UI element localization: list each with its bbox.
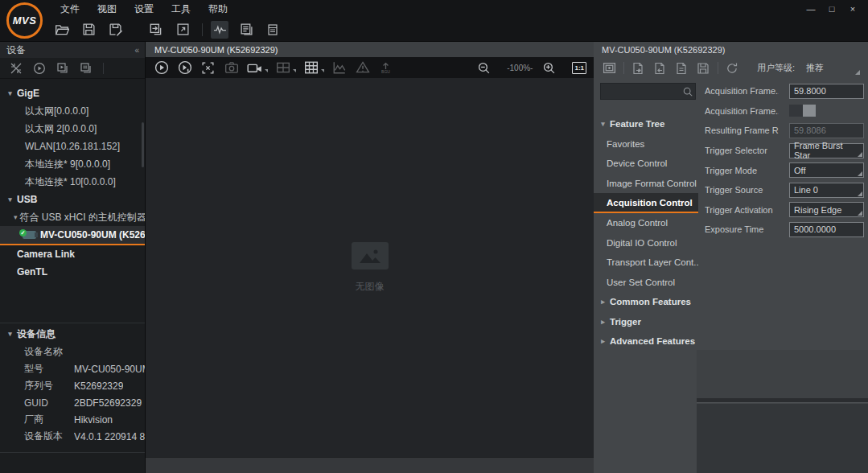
viewer-tab-bar: MV-CU050-90UM (K52692329) [146,42,594,57]
chevron-right-icon: ▸ [599,318,607,326]
no-image-label: 无图像 [356,280,385,294]
menu-file[interactable]: 文件 [51,0,88,19]
nav-device-control[interactable]: Device Control [594,154,698,174]
dropdown-caret-icon[interactable] [293,69,296,72]
property-description-detail [697,404,868,473]
nav-trigger[interactable]: ▸Trigger [594,312,698,332]
property-description-box [697,350,868,398]
tree-item-gige[interactable]: ▾GigE [0,84,145,102]
layout-report-icon[interactable] [237,21,255,39]
user-level-dropdown[interactable]: 推荐 [803,60,861,76]
tree-item-local9[interactable]: 本地连接* 9[0.0.0.0] [0,155,145,173]
tree-item-usb-controller[interactable]: ▾符合 USB xHCI 的主机控制器 [0,208,145,226]
nav-feature-tree[interactable]: ▾Feature Tree [594,114,698,134]
device-panel: 设备 « ▾GigE 以太网[0.0.0.0] 以太网 2[0.0.0.0] W… [0,42,146,473]
tree-item-ethernet2[interactable]: 以太网 2[0.0.0.0] [0,120,145,138]
tree-item-ethernet[interactable]: 以太网[0.0.0.0] [0,102,145,120]
zoom-level-value: -100%- [507,64,533,72]
trigger-selector-dropdown[interactable]: Frame Burst Star [789,143,864,158]
nav-user-set-control[interactable]: User Set Control [594,273,698,293]
nav-acquisition-control[interactable]: Acquisition Control [594,193,698,213]
tree-item-gentl[interactable]: GenTL [0,263,145,281]
dropdown-caret-icon[interactable] [265,69,268,72]
menu-settings[interactable]: 设置 [125,0,162,19]
window-expand-icon[interactable] [174,21,191,39]
refresh-icon[interactable] [724,60,740,76]
device-panel-header: 设备 « [0,42,145,58]
user-level-label: 用户等级: [757,62,795,74]
prop-trigger-selector: Trigger Selector Frame Burst Star [705,141,864,161]
stop-all-icon[interactable] [78,60,94,76]
feature-panel-toolbar: 用户等级: 推荐 [594,57,868,79]
dropdown-caret-icon[interactable] [321,69,324,72]
nav-favorites[interactable]: Favorites [594,134,698,154]
chevron-right-icon: ▸ [599,337,607,345]
bgu-upload-icon[interactable]: BGU [377,60,394,76]
nav-image-format-control[interactable]: Image Format Control [594,174,698,194]
info-row-version: 设备版本V4.0.1 220914 8875... [0,428,145,445]
nav-advanced-features[interactable]: ▸Advanced Features [594,331,698,352]
no-image-icon [352,242,389,269]
waveform-icon[interactable] [211,21,228,39]
grid-view-icon[interactable] [302,60,319,76]
tree-item-cameralink[interactable]: Camera Link [0,245,145,263]
tree-item-camera-device[interactable]: ✓ MV-CU050-90UM (K5269... [0,226,145,245]
feature-panel-body: ▾Feature Tree Favorites Device Control I… [594,79,868,473]
record-video-icon[interactable] [246,60,263,76]
maximize-button[interactable]: □ [821,4,842,14]
tree-item-wlan[interactable]: WLAN[10.26.181.152] [0,138,145,155]
feature-search-input[interactable] [601,87,681,97]
acquisition-frame-rate-input[interactable]: 59.8000 [789,84,864,99]
camera-icon: ✓ [23,231,36,239]
save-config-icon[interactable] [695,60,711,76]
close-button[interactable]: × [842,4,863,14]
tree-item-usb[interactable]: ▾USB [0,191,145,208]
device-tree-scrollbar[interactable] [142,122,144,167]
export-config-icon[interactable] [652,60,668,76]
trigger-activation-dropdown[interactable]: Rising Edge [789,202,864,217]
collapse-panel-icon[interactable]: « [134,46,138,55]
menu-tools[interactable]: 工具 [162,0,200,19]
nav-analog-control[interactable]: Analog Control [594,213,698,233]
menu-view[interactable]: 视图 [88,0,125,19]
minimize-button[interactable]: — [800,4,821,14]
device-info-header[interactable]: ▾设备信息 [0,324,145,343]
window-swap-icon[interactable] [147,21,165,39]
disconnect-device-icon[interactable] [8,60,24,76]
exposure-time-input[interactable]: 5000.0000 [789,222,864,237]
search-icon[interactable] [681,84,695,99]
trigger-source-dropdown[interactable]: Line 0 [789,183,864,198]
capture-image-icon[interactable] [223,60,240,76]
continuous-play-icon[interactable] [153,60,170,76]
document-icon[interactable] [673,60,689,76]
open-folder-icon[interactable] [53,21,71,39]
fit-window-icon[interactable] [200,60,216,76]
import-config-icon[interactable] [630,60,646,76]
single-frame-play-icon[interactable] [176,60,193,76]
feature-panel: MV-CU050-90UM (K52692329) 用户等级: 推荐 ▾Feat… [594,42,868,473]
start-acquisition-icon[interactable] [31,60,47,76]
tree-item-local10[interactable]: 本地连接* 10[0.0.0.0] [0,173,145,191]
chevron-down-icon: ▾ [6,330,14,338]
info-row-model: 型号MV-CU050-90UM [0,360,145,377]
histogram-icon[interactable] [331,60,348,76]
frame-rate-enable-toggle[interactable] [789,105,816,117]
split-view-icon[interactable] [274,60,291,76]
menu-help[interactable]: 帮助 [200,0,237,19]
save-icon[interactable] [80,21,97,39]
clipboard-icon[interactable] [264,21,282,39]
nav-digital-io-control[interactable]: Digital IO Control [594,233,698,253]
actual-size-button[interactable]: 1:1 [572,62,586,74]
dropdown-corner-caret-icon [858,191,862,196]
nav-transport-layer-control[interactable]: Transport Layer Cont... [594,253,698,273]
viewer-status-bar [146,457,594,473]
zoom-out-icon[interactable] [475,60,492,76]
nav-common-features[interactable]: ▸Common Features [594,292,698,312]
save-as-icon[interactable] [106,21,124,39]
attach-window-icon[interactable] [601,60,617,76]
zoom-in-icon[interactable] [541,60,557,76]
divider[interactable] [697,398,868,403]
start-all-icon[interactable] [55,60,71,76]
viewer-tab[interactable]: MV-CU050-90UM (K52692329) [154,45,278,55]
trigger-mode-dropdown[interactable]: Off [789,162,864,178]
